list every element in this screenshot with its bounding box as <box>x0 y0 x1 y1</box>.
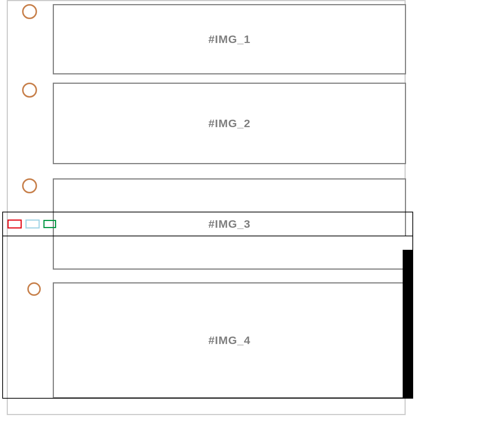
window-minimize-button[interactable] <box>25 220 40 228</box>
radio-circle-3[interactable] <box>22 178 37 193</box>
window-close-button[interactable] <box>7 220 22 228</box>
image-placeholder-label: #IMG_1 <box>208 33 251 46</box>
wireframe-container: #IMG_1 #IMG_2 #IMG_3 #IMG_4 <box>7 0 406 415</box>
image-placeholder-1[interactable]: #IMG_1 <box>53 4 406 74</box>
overlay-titlebar <box>3 212 412 236</box>
window-maximize-button[interactable] <box>43 220 56 228</box>
radio-circle-4[interactable] <box>27 282 41 296</box>
image-placeholder-label: #IMG_2 <box>208 117 251 130</box>
radio-circle-1[interactable] <box>22 4 37 19</box>
image-placeholder-4[interactable]: #IMG_4 <box>53 282 406 398</box>
radio-circle-2[interactable] <box>22 83 37 98</box>
image-placeholder-2[interactable]: #IMG_2 <box>53 83 406 164</box>
image-placeholder-label: #IMG_4 <box>208 334 251 347</box>
